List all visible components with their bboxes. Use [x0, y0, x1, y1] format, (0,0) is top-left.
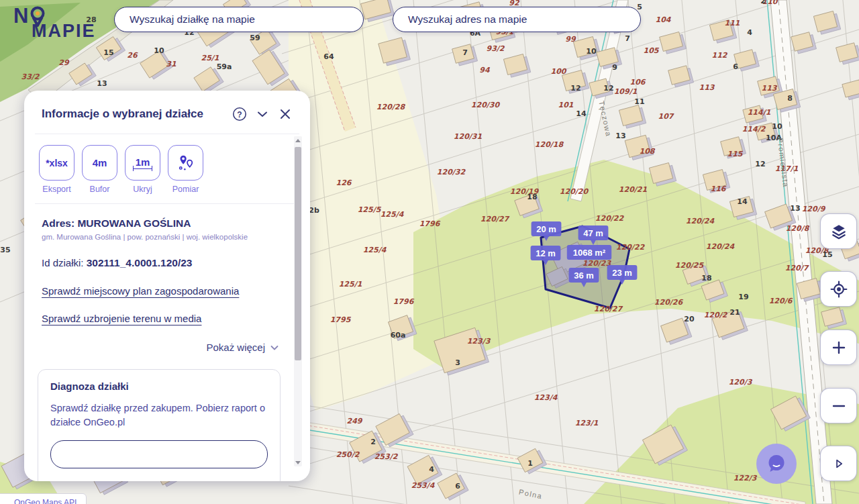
- parcel-number-label: 113: [699, 83, 715, 92]
- house-number-label: 9: [612, 63, 617, 72]
- parcel-number-label: 120/22: [616, 243, 646, 252]
- house-number-label: 21: [729, 308, 740, 317]
- parcel-number-label: 120/3: [729, 378, 753, 387]
- house-number-label: 3: [455, 358, 460, 367]
- house-number-label: 5: [637, 3, 642, 11]
- parcel-number-label: 108: [640, 147, 656, 156]
- svg-text:1068 m²: 1068 m²: [573, 248, 606, 258]
- svg-text:23 m: 23 m: [612, 268, 632, 278]
- chat-bubble-icon: [765, 452, 788, 475]
- map-attribution[interactable]: OnGeo Maps API: [0, 493, 87, 504]
- search-address-input[interactable]: Wyszukaj adres na mapie: [393, 7, 641, 32]
- parcel-number-label: 29: [58, 58, 70, 67]
- zoom-out-button[interactable]: [820, 388, 857, 423]
- house-number-label: 4: [429, 465, 434, 474]
- close-icon[interactable]: [276, 105, 294, 123]
- parcel-number-label: 120/28: [376, 103, 406, 111]
- parcel-number-label: 116: [711, 185, 727, 193]
- layers-button[interactable]: [820, 213, 857, 249]
- parcel-number-label: 112: [712, 51, 728, 60]
- house-number-label: 4: [747, 28, 752, 37]
- locate-button[interactable]: [820, 271, 857, 307]
- house-number-label: 1: [527, 459, 533, 468]
- parcel-number-label: 25/1: [201, 54, 219, 62]
- parcel-number-label: 249: [347, 417, 363, 425]
- route-pins-icon: [176, 154, 195, 172]
- export-caption: Eksport: [42, 185, 70, 194]
- house-number-label: 15: [103, 48, 113, 57]
- hide-measure-button[interactable]: 1m: [125, 145, 160, 181]
- parcel-number-label: 250/2: [336, 450, 360, 459]
- link-zoning-plan[interactable]: Sprawdź miejscowy plan zagospodarowania: [42, 285, 281, 297]
- parcel-number-label: 120/8: [786, 224, 810, 233]
- parcel-number-label: 123/4: [534, 393, 558, 402]
- svg-text:?: ?: [237, 110, 242, 119]
- export-xlsx-button[interactable]: *xlsx: [39, 145, 74, 181]
- app-logo[interactable]: N MAPIE: [13, 5, 96, 40]
- help-icon[interactable]: ?: [231, 105, 248, 123]
- house-number-label: 15: [822, 250, 832, 259]
- house-number-label: 19: [738, 293, 748, 301]
- parcel-number-label: 125/5: [358, 205, 382, 214]
- parcel-number-label: 105: [644, 46, 660, 55]
- buffer-button[interactable]: 4m: [82, 145, 117, 181]
- parcel-number-label: 125/4: [363, 246, 387, 254]
- export-xlsx-label: *xlsx: [46, 158, 68, 168]
- zoom-in-button[interactable]: [820, 330, 857, 365]
- parcel-number-label: 120/26: [654, 298, 684, 307]
- chevron-down-icon: [270, 343, 279, 352]
- layers-icon: [830, 223, 848, 240]
- parcel-number-label: 120/24: [706, 242, 736, 251]
- search-parcel-input[interactable]: Wyszukaj działkę na mapie: [114, 7, 364, 32]
- parcel-number-label: 120/9: [802, 205, 826, 213]
- buffer-label: 4m: [93, 157, 107, 168]
- house-number-label: 12: [755, 160, 765, 168]
- search-parcel-placeholder: Wyszukaj działkę na mapie: [130, 13, 255, 26]
- scrollbar-thumb[interactable]: [295, 147, 301, 360]
- chat-widget-button[interactable]: [756, 444, 797, 484]
- measure-button[interactable]: [168, 145, 203, 181]
- action-buttons-row: *xlsx Eksport 4m Bufor 1m Ukryj: [39, 145, 310, 194]
- parcel-id-label: Id działki:: [42, 257, 84, 268]
- parcel-id-line: Id działki: 302111_4.0001.120/23: [42, 257, 281, 269]
- house-number-label: 2: [370, 438, 376, 446]
- diagnosis-card: Diagnoza działki Sprawdź działkę przed z…: [38, 369, 281, 481]
- parcel-number-label: 253/4: [411, 481, 436, 490]
- locate-icon: [830, 281, 848, 298]
- actions-divider: [35, 203, 299, 204]
- header-divider: [35, 134, 299, 134]
- parcel-number-label: 120/6: [769, 297, 793, 305]
- house-number-label: 14: [576, 109, 587, 118]
- download-report-button[interactable]: [50, 440, 268, 468]
- parcel-number-label: 94: [479, 66, 491, 74]
- parcel-number-label: 31: [166, 60, 176, 68]
- panel-scrollbar[interactable]: [294, 136, 302, 466]
- address-label: Adres:: [42, 217, 74, 229]
- house-number-label: 2: [760, 0, 766, 5]
- scroll-down-arrow[interactable]: [294, 458, 302, 466]
- measure-caption: Pomiar: [172, 185, 199, 194]
- parcel-number-label: 253/2: [374, 452, 399, 461]
- scroll-up-arrow[interactable]: [294, 136, 302, 144]
- address-line: Adres: MUROWANA GOŚLINA: [42, 217, 281, 230]
- parcel-number-label: 120/24: [686, 217, 715, 225]
- panel-title: Informacje o wybranej działce: [42, 107, 225, 121]
- parcel-number-label: 114/2: [742, 125, 766, 134]
- parcel-number-label: 1795: [330, 315, 352, 324]
- link-utilities[interactable]: Sprawdź uzbrojenie terenu w media: [42, 313, 281, 324]
- svg-text:47 m: 47 m: [583, 228, 603, 238]
- play-triangle-icon: [832, 457, 846, 470]
- parcel-number-label: 107: [658, 112, 674, 121]
- parcel-number-label: 99: [565, 35, 576, 44]
- expand-sidebar-button[interactable]: [820, 446, 857, 481]
- parcel-number-label: 120/20: [560, 187, 589, 196]
- collapse-chevron-icon[interactable]: [254, 105, 271, 123]
- parcel-number-label: 33/2: [21, 72, 40, 81]
- parcel-id-value: 302111_4.0001.120/23: [87, 257, 193, 268]
- house-number-label: 18: [527, 193, 537, 201]
- parcel-info-panel: Informacje o wybranej działce ? *xlsx Ek…: [24, 91, 310, 481]
- panel-header: Informacje o wybranej działce ?: [24, 91, 310, 131]
- logo-text-line1: N: [13, 5, 29, 26]
- show-more-button[interactable]: Pokaż więcej: [24, 342, 279, 353]
- house-number-label: 59: [250, 34, 260, 42]
